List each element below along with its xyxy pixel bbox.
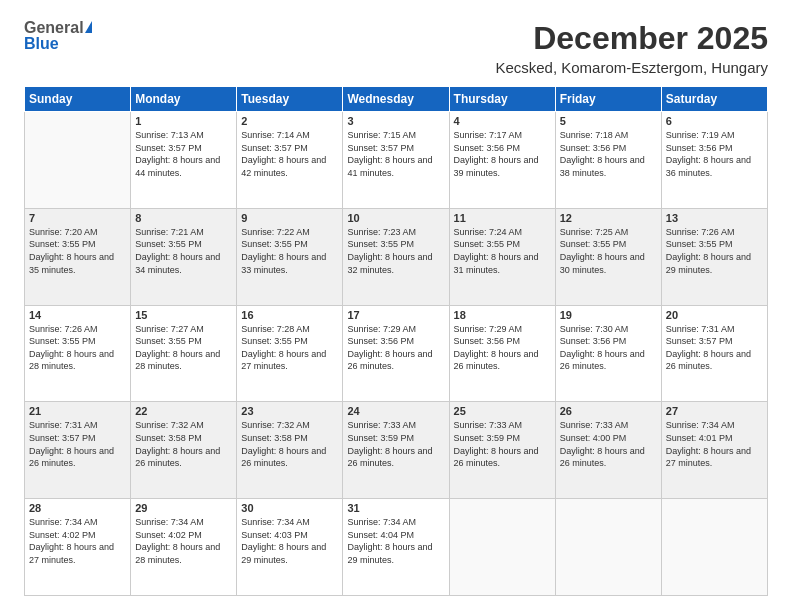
calendar-week-row: 21Sunrise: 7:31 AMSunset: 3:57 PMDayligh…	[25, 402, 768, 499]
day-info: Sunrise: 7:18 AMSunset: 3:56 PMDaylight:…	[560, 129, 657, 179]
calendar-cell: 22Sunrise: 7:32 AMSunset: 3:58 PMDayligh…	[131, 402, 237, 499]
calendar-cell: 9Sunrise: 7:22 AMSunset: 3:55 PMDaylight…	[237, 208, 343, 305]
calendar-week-row: 14Sunrise: 7:26 AMSunset: 3:55 PMDayligh…	[25, 305, 768, 402]
calendar-cell: 24Sunrise: 7:33 AMSunset: 3:59 PMDayligh…	[343, 402, 449, 499]
day-info: Sunrise: 7:14 AMSunset: 3:57 PMDaylight:…	[241, 129, 338, 179]
day-info: Sunrise: 7:17 AMSunset: 3:56 PMDaylight:…	[454, 129, 551, 179]
calendar-cell: 10Sunrise: 7:23 AMSunset: 3:55 PMDayligh…	[343, 208, 449, 305]
calendar-table: SundayMondayTuesdayWednesdayThursdayFrid…	[24, 86, 768, 596]
day-info: Sunrise: 7:29 AMSunset: 3:56 PMDaylight:…	[454, 323, 551, 373]
day-number: 19	[560, 309, 657, 321]
calendar-cell: 28Sunrise: 7:34 AMSunset: 4:02 PMDayligh…	[25, 499, 131, 596]
calendar-cell: 21Sunrise: 7:31 AMSunset: 3:57 PMDayligh…	[25, 402, 131, 499]
day-info: Sunrise: 7:34 AMSunset: 4:03 PMDaylight:…	[241, 516, 338, 566]
weekday-header: Thursday	[449, 87, 555, 112]
day-number: 16	[241, 309, 338, 321]
weekday-header: Saturday	[661, 87, 767, 112]
calendar-cell: 27Sunrise: 7:34 AMSunset: 4:01 PMDayligh…	[661, 402, 767, 499]
weekday-header: Monday	[131, 87, 237, 112]
day-info: Sunrise: 7:33 AMSunset: 3:59 PMDaylight:…	[454, 419, 551, 469]
day-number: 10	[347, 212, 444, 224]
day-number: 20	[666, 309, 763, 321]
weekday-header: Wednesday	[343, 87, 449, 112]
calendar-week-row: 28Sunrise: 7:34 AMSunset: 4:02 PMDayligh…	[25, 499, 768, 596]
logo: General Blue	[24, 20, 92, 52]
day-info: Sunrise: 7:29 AMSunset: 3:56 PMDaylight:…	[347, 323, 444, 373]
calendar-cell: 18Sunrise: 7:29 AMSunset: 3:56 PMDayligh…	[449, 305, 555, 402]
day-number: 4	[454, 115, 551, 127]
day-info: Sunrise: 7:25 AMSunset: 3:55 PMDaylight:…	[560, 226, 657, 276]
calendar-cell	[555, 499, 661, 596]
day-info: Sunrise: 7:15 AMSunset: 3:57 PMDaylight:…	[347, 129, 444, 179]
calendar-cell: 25Sunrise: 7:33 AMSunset: 3:59 PMDayligh…	[449, 402, 555, 499]
weekday-header-row: SundayMondayTuesdayWednesdayThursdayFrid…	[25, 87, 768, 112]
calendar-cell: 16Sunrise: 7:28 AMSunset: 3:55 PMDayligh…	[237, 305, 343, 402]
day-number: 1	[135, 115, 232, 127]
calendar-cell: 13Sunrise: 7:26 AMSunset: 3:55 PMDayligh…	[661, 208, 767, 305]
day-info: Sunrise: 7:28 AMSunset: 3:55 PMDaylight:…	[241, 323, 338, 373]
weekday-header: Sunday	[25, 87, 131, 112]
day-number: 29	[135, 502, 232, 514]
calendar-cell: 2Sunrise: 7:14 AMSunset: 3:57 PMDaylight…	[237, 112, 343, 209]
calendar-cell: 23Sunrise: 7:32 AMSunset: 3:58 PMDayligh…	[237, 402, 343, 499]
logo-blue: Blue	[24, 35, 59, 52]
page: General Blue December 2025 Kecsked, Koma…	[0, 0, 792, 612]
calendar-week-row: 7Sunrise: 7:20 AMSunset: 3:55 PMDaylight…	[25, 208, 768, 305]
day-info: Sunrise: 7:34 AMSunset: 4:01 PMDaylight:…	[666, 419, 763, 469]
day-info: Sunrise: 7:24 AMSunset: 3:55 PMDaylight:…	[454, 226, 551, 276]
day-number: 2	[241, 115, 338, 127]
calendar-cell: 7Sunrise: 7:20 AMSunset: 3:55 PMDaylight…	[25, 208, 131, 305]
calendar-cell: 8Sunrise: 7:21 AMSunset: 3:55 PMDaylight…	[131, 208, 237, 305]
calendar-cell: 1Sunrise: 7:13 AMSunset: 3:57 PMDaylight…	[131, 112, 237, 209]
day-info: Sunrise: 7:22 AMSunset: 3:55 PMDaylight:…	[241, 226, 338, 276]
calendar-subtitle: Kecsked, Komarom-Esztergom, Hungary	[495, 59, 768, 76]
day-number: 26	[560, 405, 657, 417]
day-number: 24	[347, 405, 444, 417]
day-info: Sunrise: 7:32 AMSunset: 3:58 PMDaylight:…	[241, 419, 338, 469]
calendar-cell: 4Sunrise: 7:17 AMSunset: 3:56 PMDaylight…	[449, 112, 555, 209]
day-number: 11	[454, 212, 551, 224]
title-section: December 2025 Kecsked, Komarom-Esztergom…	[495, 20, 768, 76]
day-info: Sunrise: 7:31 AMSunset: 3:57 PMDaylight:…	[29, 419, 126, 469]
calendar-cell: 11Sunrise: 7:24 AMSunset: 3:55 PMDayligh…	[449, 208, 555, 305]
calendar-cell: 6Sunrise: 7:19 AMSunset: 3:56 PMDaylight…	[661, 112, 767, 209]
day-number: 5	[560, 115, 657, 127]
day-number: 9	[241, 212, 338, 224]
day-number: 22	[135, 405, 232, 417]
day-number: 15	[135, 309, 232, 321]
day-number: 14	[29, 309, 126, 321]
calendar-cell: 3Sunrise: 7:15 AMSunset: 3:57 PMDaylight…	[343, 112, 449, 209]
day-info: Sunrise: 7:34 AMSunset: 4:02 PMDaylight:…	[29, 516, 126, 566]
day-info: Sunrise: 7:34 AMSunset: 4:04 PMDaylight:…	[347, 516, 444, 566]
day-number: 7	[29, 212, 126, 224]
logo-general: General	[24, 20, 84, 36]
day-number: 23	[241, 405, 338, 417]
day-number: 3	[347, 115, 444, 127]
day-info: Sunrise: 7:26 AMSunset: 3:55 PMDaylight:…	[29, 323, 126, 373]
calendar-cell	[449, 499, 555, 596]
logo-triangle-icon	[85, 21, 92, 33]
calendar-cell: 29Sunrise: 7:34 AMSunset: 4:02 PMDayligh…	[131, 499, 237, 596]
day-info: Sunrise: 7:33 AMSunset: 3:59 PMDaylight:…	[347, 419, 444, 469]
day-info: Sunrise: 7:20 AMSunset: 3:55 PMDaylight:…	[29, 226, 126, 276]
day-number: 25	[454, 405, 551, 417]
calendar-title: December 2025	[495, 20, 768, 57]
day-number: 21	[29, 405, 126, 417]
day-info: Sunrise: 7:32 AMSunset: 3:58 PMDaylight:…	[135, 419, 232, 469]
header: General Blue December 2025 Kecsked, Koma…	[24, 20, 768, 76]
calendar-cell: 12Sunrise: 7:25 AMSunset: 3:55 PMDayligh…	[555, 208, 661, 305]
calendar-cell	[661, 499, 767, 596]
calendar-week-row: 1Sunrise: 7:13 AMSunset: 3:57 PMDaylight…	[25, 112, 768, 209]
day-info: Sunrise: 7:13 AMSunset: 3:57 PMDaylight:…	[135, 129, 232, 179]
day-info: Sunrise: 7:30 AMSunset: 3:56 PMDaylight:…	[560, 323, 657, 373]
day-number: 30	[241, 502, 338, 514]
day-info: Sunrise: 7:34 AMSunset: 4:02 PMDaylight:…	[135, 516, 232, 566]
day-info: Sunrise: 7:26 AMSunset: 3:55 PMDaylight:…	[666, 226, 763, 276]
calendar-cell: 15Sunrise: 7:27 AMSunset: 3:55 PMDayligh…	[131, 305, 237, 402]
calendar-cell: 31Sunrise: 7:34 AMSunset: 4:04 PMDayligh…	[343, 499, 449, 596]
calendar-cell: 5Sunrise: 7:18 AMSunset: 3:56 PMDaylight…	[555, 112, 661, 209]
calendar-cell: 17Sunrise: 7:29 AMSunset: 3:56 PMDayligh…	[343, 305, 449, 402]
calendar-cell: 19Sunrise: 7:30 AMSunset: 3:56 PMDayligh…	[555, 305, 661, 402]
day-number: 8	[135, 212, 232, 224]
day-info: Sunrise: 7:21 AMSunset: 3:55 PMDaylight:…	[135, 226, 232, 276]
